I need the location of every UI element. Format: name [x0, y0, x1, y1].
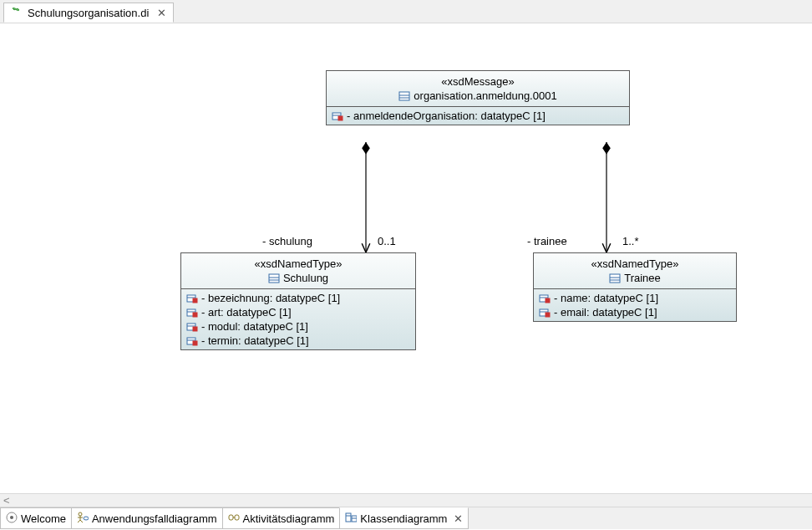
attribute-icon — [539, 307, 551, 319]
classdiagram-icon — [345, 512, 357, 526]
horizontal-scrollbar[interactable]: < — [0, 493, 812, 507]
uml-class-trainee[interactable]: «xsdNamedType» Trainee - name: datatypeC… — [533, 252, 737, 322]
attribute-label: - art: datatypeC [1] — [201, 306, 292, 319]
attribute-icon — [332, 110, 343, 122]
tab-label: Aktivitätsdiagramm — [243, 512, 335, 525]
stereotype-label: «xsdMessage» — [441, 75, 514, 88]
stereotype-label: «xsdNamedType» — [591, 257, 679, 270]
stereotype-label: «xsdNamedType» — [255, 257, 343, 270]
uml-class-schulung[interactable]: «xsdNamedType» Schulung - bezeichnung: d… — [180, 252, 416, 350]
attribute-icon — [186, 321, 198, 333]
uml-class-message[interactable]: «xsdMessage» organisation.anmeldung.0001… — [326, 70, 630, 125]
attribute-label: - modul: datatypeC [1] — [201, 320, 308, 333]
tab-welcome[interactable]: Welcome — [0, 507, 72, 529]
editor-tab-bar: Schulungsorganisation.di ✕ — [0, 0, 812, 23]
tab-label: Welcome — [21, 512, 66, 525]
assoc-mult-schulung: 0..1 — [378, 235, 396, 247]
class-name: Schulung — [283, 272, 328, 284]
attribute-label: - termin: datatypeC [1] — [201, 334, 309, 347]
attribute-label: - email: datatypeC [1] — [554, 306, 657, 319]
diagram-canvas[interactable]: - schulung 0..1 - trainee 1..* «xsdMessa… — [0, 23, 812, 493]
attribute-label: - anmeldendeOrganisation: datatypeC [1] — [347, 110, 546, 122]
attribute-icon — [186, 293, 198, 304]
usecase-icon — [77, 512, 89, 526]
attribute-icon — [186, 335, 198, 347]
class-name: organisation.anmeldung.0001 — [414, 89, 556, 102]
class-icon — [398, 90, 410, 102]
close-icon[interactable]: ✕ — [454, 512, 463, 525]
class-icon — [609, 273, 621, 284]
attribute-label: - name: datatypeC [1] — [554, 292, 658, 304]
assoc-role-schulung: - schulung — [262, 235, 312, 247]
activity-icon — [228, 512, 240, 526]
attribute-icon — [186, 307, 198, 319]
view-tab-bar: Welcome Anwendungsfalldiagramm Aktivität… — [0, 507, 812, 529]
assoc-role-trainee: - trainee — [527, 235, 567, 247]
tab-aktivitaetsdiagramm[interactable]: Aktivitätsdiagramm — [222, 507, 341, 529]
class-icon — [268, 273, 280, 284]
tab-anwendungsfalldiagramm[interactable]: Anwendungsfalldiagramm — [71, 507, 223, 529]
class-name: Trainee — [624, 272, 661, 284]
scroll-left-icon[interactable]: < — [3, 494, 10, 507]
file-icon — [11, 7, 23, 18]
tab-klassendiagramm[interactable]: Klassendiagramm ✕ — [339, 507, 469, 529]
editor-tab-label: Schulungsorganisation.di — [28, 7, 149, 19]
tab-label: Anwendungsfalldiagramm — [92, 512, 217, 525]
editor-tab-active[interactable]: Schulungsorganisation.di ✕ — [3, 3, 174, 23]
attribute-label: - bezeichnung: datatypeC [1] — [201, 292, 340, 304]
close-icon[interactable]: ✕ — [157, 7, 166, 19]
attribute-icon — [539, 293, 551, 304]
welcome-icon — [6, 512, 18, 526]
tab-label: Klassendiagramm — [360, 512, 447, 525]
assoc-mult-trainee: 1..* — [622, 235, 639, 247]
